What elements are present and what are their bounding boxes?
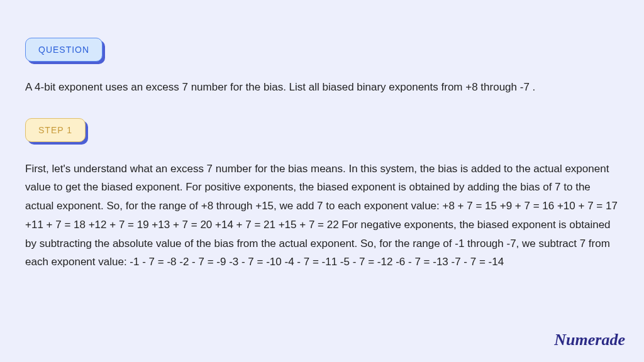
step-section: STEP 1 First, let's understand what an e… bbox=[25, 118, 619, 272]
brand-logo: Numerade bbox=[554, 331, 625, 349]
question-text: A 4-bit exponent uses an excess 7 number… bbox=[25, 79, 619, 96]
question-badge: QUESTION bbox=[25, 38, 103, 62]
step1-text: First, let's understand what an excess 7… bbox=[25, 160, 619, 272]
step1-badge: STEP 1 bbox=[25, 118, 86, 142]
question-section: QUESTION A 4-bit exponent uses an excess… bbox=[25, 38, 619, 96]
